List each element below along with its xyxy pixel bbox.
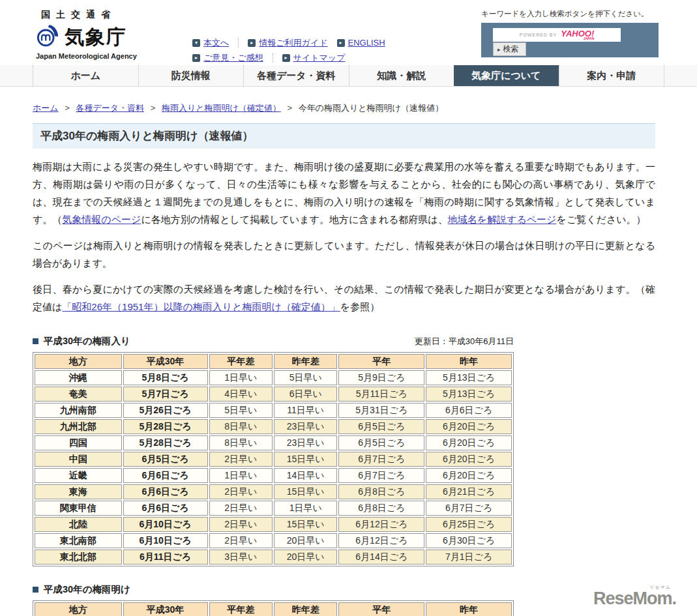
link-kakuteichi-page[interactable]: 「昭和26年（1951年）以降の梅雨入りと梅雨明け（確定値）」	[62, 301, 340, 312]
table-row: 九州北部 5月28日ごろ 8日早い 23日早い 6月5日ごろ 6月20日ごろ	[35, 419, 512, 434]
col-header-region: 地方	[35, 354, 122, 369]
cell-normal-diff: 8日早い	[209, 419, 273, 434]
table-row: 関東甲信 6月6日ごろ 2日早い 1日早い 6月8日ごろ 6月7日ごろ	[35, 501, 512, 516]
col-header-normal-diff: 平年差	[209, 602, 273, 616]
nav-item-knowledge[interactable]: 知識・解説	[349, 65, 454, 86]
col-header-lastyear-diff: 昨年差	[274, 354, 337, 369]
table-row: 北陸 6月10日ごろ 2日早い 15日早い 6月12日ごろ 6月25日ごろ	[35, 517, 512, 532]
link-english[interactable]: ▸ ENGLISH	[337, 35, 385, 50]
cell-h30: 5月8日ごろ	[123, 370, 208, 385]
cell-normal: 6月8日ごろ	[338, 484, 424, 499]
nav-item-data[interactable]: 各種データ・資料	[243, 65, 349, 86]
nav-item-home[interactable]: ホーム	[33, 65, 138, 86]
header-quick-links: ▾ 本文へ ▸ 情報ご利用ガイド ▸ ENGLISH ▸ ご意見・ご感想 ▸ サ…	[192, 35, 394, 65]
breadcrumb-data[interactable]: 各種データ・資料	[76, 103, 144, 113]
link-honbun[interactable]: ▾ 本文へ	[192, 35, 229, 50]
divider	[238, 38, 239, 48]
link-sitemap-label[interactable]: サイトマップ	[293, 50, 346, 65]
cell-normal: 5月9日ごろ	[338, 370, 424, 385]
cell-normal: 6月12日ごろ	[338, 533, 424, 548]
site-search: キーワードを入力し検索ボタンを押下ください。 POWERED BY YAHOO!…	[481, 9, 659, 57]
main-nav: ホーム 防災情報 各種データ・資料 知識・解説 気象庁について 案内・申請	[0, 65, 697, 87]
cell-h30: 5月28日ごろ	[123, 435, 208, 450]
arrow-square-icon: ▸	[248, 39, 256, 47]
breadcrumb-kakuteichi[interactable]: 梅雨入りと梅雨明け（確定値）	[162, 103, 281, 113]
col-header-lastyear: 昨年	[426, 602, 512, 616]
cell-normal-diff: 2日早い	[209, 533, 273, 548]
link-guide-label[interactable]: 情報ご利用ガイド	[259, 35, 327, 50]
cell-region: 東海	[35, 484, 122, 499]
cell-lastyear: 6月21日ごろ	[426, 484, 512, 499]
update-date: 更新日：平成30年6月11日	[415, 336, 514, 347]
cell-lastyear: 6月7日ごろ	[426, 501, 512, 516]
cell-lastyear: 6月20日ごろ	[426, 452, 512, 467]
table-row: 沖縄 5月8日ごろ 1日早い 5日早い 5月9日ごろ 5月13日ごろ	[35, 370, 512, 385]
resemom-watermark: リセマム ReseMom.	[593, 589, 676, 609]
main-content: ホーム > 各種データ・資料 > 梅雨入りと梅雨明け（確定値） > 今年の梅雨入…	[0, 87, 697, 616]
cell-region: 四国	[35, 435, 122, 450]
cell-h30: 5月28日ごろ	[123, 419, 208, 434]
cell-lastyear-diff: 23日早い	[274, 435, 337, 450]
col-header-h30: 平成30年	[123, 354, 208, 369]
nav-item-guide[interactable]: 案内・申請	[559, 65, 665, 86]
cell-normal-diff: 2日早い	[209, 452, 273, 467]
divider	[273, 53, 273, 63]
cell-lastyear: 6月6日ごろ	[426, 403, 512, 418]
table-row: 奄美 5月7日ごろ 4日早い 6日早い 5月11日ごろ 5月13日ごろ	[35, 387, 512, 402]
arrow-square-icon: ▸	[337, 39, 345, 47]
cell-region: 中国	[35, 452, 122, 467]
link-feedback-label[interactable]: ご意見・ご感想	[203, 50, 263, 65]
cell-lastyear: 6月25日ごろ	[426, 517, 512, 532]
cell-lastyear-diff: 15日早い	[274, 452, 337, 467]
nav-item-bousai[interactable]: 防災情報	[138, 65, 244, 86]
page-title: 平成30年の梅雨入りと梅雨明け（速報値）	[33, 123, 655, 149]
search-arrow-icon: ▸	[497, 46, 501, 53]
powered-by-label: POWERED BY	[520, 33, 557, 37]
arrow-square-icon: ▾	[192, 39, 200, 47]
link-kishou-jouhou-page[interactable]: 気象情報のページ	[62, 214, 141, 225]
cell-lastyear-diff: 15日早い	[274, 517, 337, 532]
cell-normal-diff: 1日早い	[209, 468, 273, 483]
cell-normal: 5月31日ごろ	[338, 403, 424, 418]
agency-logo-block[interactable]: 国土交通省 気象庁 Japan Meteorological Agency	[36, 9, 192, 60]
cell-normal: 6月7日ごろ	[338, 468, 424, 483]
nav-item-about-jma[interactable]: 気象庁について	[454, 65, 559, 86]
cell-lastyear: 7月1日ごろ	[426, 550, 512, 565]
table-row: 四国 5月28日ごろ 8日早い 23日早い 6月5日ごろ 6月20日ごろ	[35, 435, 512, 450]
col-header-normal-diff: 平年差	[209, 354, 273, 369]
search-button[interactable]: ▸ 検索	[493, 42, 526, 56]
section-tsuyuake: 平成30年の梅雨明け 地方 平成30年 平年差 昨年差 平年 昨年	[33, 583, 514, 616]
search-input[interactable]: POWERED BY YAHOO! JAPAN	[493, 28, 621, 42]
cell-h30: 6月11日ごろ	[123, 550, 208, 565]
cell-normal-diff: 1日早い	[209, 370, 273, 385]
link-chiikimei-page[interactable]: 地域名を解説するページ	[448, 214, 557, 225]
col-header-region: 地方	[35, 602, 122, 616]
tsuyuake-table: 地方 平成30年 平年差 昨年差 平年 昨年 沖縄	[33, 600, 514, 616]
link-honbun-label[interactable]: 本文へ	[203, 35, 229, 50]
cell-normal-diff: 8日早い	[209, 435, 273, 450]
cell-lastyear-diff: 14日早い	[274, 468, 337, 483]
link-feedback[interactable]: ▸ ご意見・ご感想	[192, 50, 263, 65]
breadcrumb-home[interactable]: ホーム	[33, 103, 59, 113]
cell-normal: 6月14日ごろ	[338, 550, 424, 565]
site-header: 国土交通省 気象庁 Japan Meteorological Agency ▾ …	[0, 0, 697, 65]
arrow-square-icon: ▸	[282, 54, 290, 62]
tsuyuiri-table: 地方 平成30年 平年差 昨年差 平年 昨年 沖縄 5月8日ごろ 1日早	[33, 352, 514, 566]
link-english-label[interactable]: ENGLISH	[348, 35, 385, 50]
search-hint-text: キーワードを入力し検索ボタンを押下ください。	[481, 9, 659, 19]
cell-lastyear-diff: 11日早い	[274, 403, 337, 418]
cell-lastyear: 5月13日ごろ	[426, 370, 512, 385]
link-guide[interactable]: ▸ 情報ご利用ガイド	[248, 35, 327, 50]
link-sitemap[interactable]: ▸ サイトマップ	[282, 50, 346, 65]
table-row: 東北北部 6月11日ごろ 3日早い 20日早い 6月14日ごろ 7月1日ごろ	[35, 550, 512, 565]
cell-h30: 6月10日ごろ	[123, 517, 208, 532]
jma-logo-icon	[36, 23, 61, 51]
table-header-row: 地方 平成30年 平年差 昨年差 平年 昨年	[35, 602, 512, 616]
cell-lastyear-diff: 1日早い	[274, 501, 337, 516]
cell-normal: 6月12日ごろ	[338, 517, 424, 532]
cell-region: 東北南部	[35, 533, 122, 548]
cell-lastyear-diff: 6日早い	[274, 387, 337, 402]
yahoo-japan-logo: YAHOO! JAPAN	[561, 29, 594, 40]
cell-region: 九州北部	[35, 419, 122, 434]
cell-normal: 6月7日ごろ	[338, 452, 424, 467]
